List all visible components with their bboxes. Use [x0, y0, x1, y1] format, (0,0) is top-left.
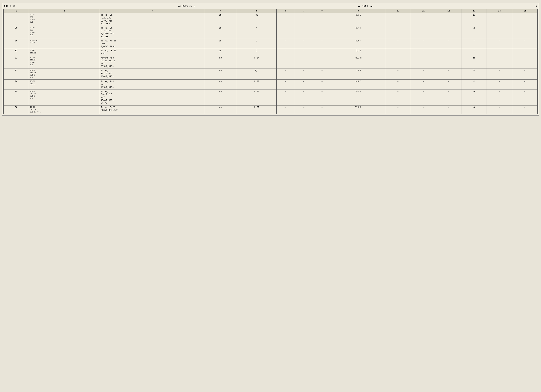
cell-r0-c7: –	[313, 13, 331, 26]
col-header-1: 1	[4, 9, 29, 13]
cell-r2-c9: –	[385, 39, 411, 49]
cell-r5-c9: –	[385, 69, 411, 80]
cell-r4-c14: –	[512, 56, 537, 69]
table-row: 32I5-09стр.37Ц.I-Ут.IКабель АВВГ--0,66-2…	[4, 56, 538, 69]
cell-r6-c4: 0,0I	[237, 80, 277, 90]
cell-r1-c8: 0,46	[331, 26, 385, 39]
cell-r6-c13: –	[487, 80, 512, 90]
cell-r8-c1: I5-09стр.38Ц.I-У, т.I	[29, 105, 100, 114]
cell-r8-c4: 0,0I	[237, 105, 277, 114]
doc-meta: Аа.В.2; мм.2	[178, 5, 195, 8]
cell-r5-c11: –	[436, 69, 461, 80]
col-header-11: 11	[411, 9, 436, 13]
cell-r1-c13: –	[487, 26, 512, 39]
cell-r0-c1: Пр-нт092Ц.I-Ут.6	[29, 13, 100, 26]
cell-r0-c4: 33	[237, 13, 277, 26]
cell-r3-c6: –	[295, 49, 313, 56]
col-header-10: 10	[385, 9, 411, 13]
cell-r0-c11: –	[436, 13, 461, 26]
cell-r8-c7: –	[313, 105, 331, 114]
cell-r3-c2: То же, АБ-40-– 4	[100, 49, 204, 56]
cell-r4-c13: –	[487, 56, 512, 69]
cell-r1-c2: То же, БК--220-2000,45х0,95ххI,086=	[100, 26, 204, 39]
cell-r8-c11: –	[436, 105, 461, 114]
cell-r7-c6: –	[295, 90, 313, 105]
main-table: 1 2 3 4 5 6 7 8 9 10 11 12 13 14 15 Пр-н…	[3, 9, 538, 114]
cell-r2-c2: То же, МО-36--400,06хI,086=	[100, 39, 204, 49]
cell-r6-c12: 4	[461, 80, 487, 90]
cell-r5-c2: То же,3х2,5 мм2400хI,097=	[100, 69, 204, 80]
table-row: 30I6-03-П9-006То же, МО-36--400,06хI,086…	[4, 39, 538, 49]
cell-r0-c3: шт.	[204, 13, 237, 26]
top-header: 909-2-18 Аа.В.2; мм.2 — 181 — 1	[3, 5, 538, 8]
cell-r6-c3: км	[204, 80, 237, 90]
cell-r7-c11: –	[436, 90, 461, 105]
cell-r2-c3: шт.	[204, 39, 237, 49]
cell-r3-c7: –	[313, 49, 331, 56]
table-row: 29Пр-нт092Ц.I-Ут.6То же, БК--220-2000,45…	[4, 26, 538, 39]
cell-r5-c7: –	[313, 69, 331, 80]
cell-r8-c3: км	[204, 105, 237, 114]
cell-r2-c0: 30	[4, 39, 29, 49]
cell-r6-c8: 444,3	[331, 80, 385, 90]
cell-r5-c14: –	[512, 69, 537, 80]
cell-r1-c3: шт.	[204, 26, 237, 39]
cell-r4-c0: 32	[4, 56, 29, 69]
cell-r8-c9: –	[385, 105, 411, 114]
cell-r3-c13: –	[487, 49, 512, 56]
cell-r6-c9: –	[385, 80, 411, 90]
cell-r0-c5: –	[277, 13, 295, 26]
cell-r2-c1: I6-03-П9-006	[29, 39, 100, 49]
cell-r1-c4: 4	[237, 26, 277, 39]
cell-r8-c0: 36	[4, 105, 29, 114]
table-row: Пр-нт092Ц.I-Ут.6То же, БК--220-1000,3х0,…	[4, 13, 538, 26]
cell-r7-c13: –	[487, 90, 512, 105]
cell-r1-c9: –	[385, 26, 411, 39]
table-row: 3IЦ.I-Устр.324То же, АБ-40-– 4шт.2–––I,3…	[4, 49, 538, 56]
cell-r5-c0: 33	[4, 69, 29, 80]
cell-r7-c5: –	[277, 90, 295, 105]
cell-r8-c13: –	[487, 105, 512, 114]
cell-r7-c14: –	[512, 90, 537, 105]
cell-r2-c5: –	[277, 39, 295, 49]
cell-r7-c10: –	[411, 90, 436, 105]
cell-r5-c12: 44	[461, 69, 487, 80]
cell-r1-c11: –	[436, 26, 461, 39]
col-header-14: 14	[487, 9, 512, 13]
cell-r6-c14: –	[512, 80, 537, 90]
cell-r3-c12: 3	[461, 49, 487, 56]
cell-r4-c5: –	[277, 56, 295, 69]
cell-r4-c9: –	[385, 56, 411, 69]
cell-r2-c7: –	[313, 39, 331, 49]
cell-r3-c9: –	[385, 49, 411, 56]
cell-r0-c12: I0	[461, 13, 487, 26]
doc-right: 1	[536, 5, 537, 7]
cell-r8-c12: 8	[461, 105, 487, 114]
cell-r2-c12: –	[461, 39, 487, 49]
cell-r7-c1: I5-09стр.38Ц.I-Ут.I	[29, 90, 100, 105]
col-header-5: 5	[237, 9, 277, 13]
col-header-12: 12	[436, 9, 461, 13]
cell-r4-c4: 0,I4	[237, 56, 277, 69]
cell-r6-c11: –	[436, 80, 461, 90]
col-header-3: 3	[100, 9, 204, 13]
cell-r0-c13: –	[487, 13, 512, 26]
cell-r4-c2: Кабель АВВГ--0,66-2х2,5мм2355хI,097=	[100, 56, 204, 69]
cell-r3-c8: I,32	[331, 49, 385, 56]
cell-r7-c9: –	[385, 90, 411, 105]
cell-r6-c2: То же, 2х4мм2405хI,097=	[100, 80, 204, 90]
cell-r2-c14: –	[512, 39, 537, 49]
cell-r3-c14: –	[512, 49, 537, 56]
cell-r6-c1: I5-09стр.37	[29, 80, 100, 90]
col-header-13: 13	[461, 9, 487, 13]
cell-r8-c5: –	[277, 105, 295, 114]
cell-r0-c2: То же, БК--220-1000,3х0,95хх1,086=	[100, 13, 204, 26]
cell-r8-c6: –	[295, 105, 313, 114]
cell-r0-c14: –	[512, 13, 537, 26]
cell-r2-c6: –	[295, 39, 313, 49]
cell-r2-c13: –	[487, 39, 512, 49]
cell-r7-c0: 35	[4, 90, 29, 105]
cell-r4-c1: I5-09стр.37Ц.I-Ут.I	[29, 56, 100, 69]
cell-r4-c6: –	[295, 56, 313, 69]
cell-r4-c11: –	[436, 56, 461, 69]
